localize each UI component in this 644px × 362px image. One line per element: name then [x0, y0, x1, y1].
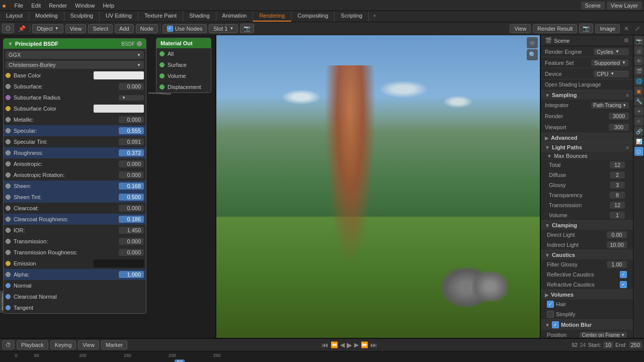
sheen-tint-value[interactable]: 0.500 — [119, 194, 144, 201]
view-orbit-icon[interactable]: ⊕ — [527, 37, 538, 48]
light-paths-header[interactable]: ▼ Light Paths ≡ — [541, 143, 633, 152]
clearcoat-value[interactable]: 0.000 — [119, 205, 144, 212]
position-dropdown[interactable]: Center on Frame ▼ — [580, 332, 627, 338]
data-icon-btn[interactable]: 📊 — [634, 137, 643, 146]
play-btn[interactable]: ▶ — [347, 341, 352, 349]
timeline-scrubber[interactable]: 0 50 100 150 200 250 92 — [0, 351, 644, 362]
scene-icon-btn[interactable]: 🎬 — [634, 66, 643, 75]
next-frame-btn[interactable]: ▶ — [354, 341, 359, 348]
constraints-icon-btn[interactable]: 🔗 — [634, 127, 643, 136]
trans-value[interactable]: 0.000 — [119, 238, 144, 245]
start-frame-value[interactable]: 10 — [603, 341, 613, 348]
bounces-diffuse-value[interactable]: 2 — [610, 171, 625, 178]
view-icon-btn[interactable]: 👁 — [634, 56, 643, 65]
mb-section-checkbox[interactable]: ✓ — [552, 321, 559, 328]
subsurface-method-dropdown[interactable]: Christensen-Burley ▼ — [6, 61, 144, 69]
base-color-swatch[interactable] — [94, 71, 144, 79]
editor-type-icon[interactable]: ⬡ — [2, 24, 14, 33]
reflective-caustics-checkbox[interactable]: ✓ — [620, 271, 627, 278]
caustics-header[interactable]: ▼ Caustics — [541, 250, 633, 259]
modifier-icon-btn[interactable]: 🔧 — [634, 97, 643, 106]
scene-name[interactable]: Scene — [581, 2, 605, 10]
tab-animation[interactable]: Animation — [216, 11, 254, 22]
render-engine-dropdown[interactable]: Cycles ▼ — [594, 48, 629, 55]
tab-layout[interactable]: Layout — [0, 11, 29, 22]
render-icon-btn[interactable]: 📷 — [634, 36, 643, 45]
marker-btn[interactable]: Marker — [101, 340, 127, 349]
lp-options-icon[interactable]: ≡ — [626, 145, 629, 150]
next-keyframe-btn[interactable]: ⏩ — [361, 341, 368, 348]
playback-btn[interactable]: Playback — [17, 340, 48, 349]
specular-value[interactable]: 0.555 — [119, 127, 144, 134]
anisotropic-value[interactable]: 0.000 — [119, 160, 144, 167]
clamping-header[interactable]: ▼ Clamping — [541, 221, 633, 230]
menu-help[interactable]: Help — [99, 2, 118, 10]
select-btn[interactable]: Select — [88, 24, 113, 33]
bounces-transparency-value[interactable]: 8 — [610, 192, 625, 199]
object-dropdown[interactable]: Object ▼ — [32, 24, 63, 33]
aniso-rot-value[interactable]: 0.000 — [119, 171, 144, 178]
alpha-value[interactable]: 1.000 — [119, 271, 144, 278]
menu-render[interactable]: Render — [45, 2, 71, 10]
tab-compositing[interactable]: Compositing — [291, 11, 335, 22]
clamp-indirect-value[interactable]: 10.00 — [607, 241, 627, 248]
view-timeline-btn[interactable]: View — [78, 340, 99, 349]
jump-start-btn[interactable]: ⏮ — [321, 341, 329, 349]
integrator-dropdown[interactable]: Path Tracing ▼ — [591, 102, 629, 109]
simplify-checkbox[interactable] — [547, 311, 554, 318]
roughness-value[interactable]: 0.372 — [119, 149, 144, 156]
world-icon-btn[interactable]: 🌐 — [634, 76, 643, 85]
render-camera-icon[interactable]: 📷 — [579, 24, 593, 33]
tab-scripting[interactable]: Scripting — [335, 11, 369, 22]
render-image-btn[interactable]: Image — [595, 24, 620, 33]
output-icon-btn[interactable]: 🖨 — [634, 46, 643, 55]
menu-edit[interactable]: Edit — [27, 2, 45, 10]
sub-color-swatch[interactable] — [94, 105, 144, 113]
subsurface-value[interactable]: 0.000 — [119, 83, 144, 90]
emission-swatch[interactable] — [94, 259, 144, 267]
render-x-icon[interactable]: ✕ — [622, 25, 631, 32]
prev-keyframe-btn[interactable]: ⏪ — [331, 341, 338, 348]
view-btn[interactable]: View — [65, 24, 87, 33]
trans-rough-value[interactable]: 0.000 — [119, 249, 144, 256]
keying-btn[interactable]: Keying — [50, 340, 76, 349]
hair-checkbox[interactable]: ✓ — [547, 301, 554, 308]
sampling-header[interactable]: ▼ Sampling ≡ — [541, 90, 633, 100]
bsdf-node-header[interactable]: ▼ Principled BSDF BSDF — [4, 39, 146, 49]
bounces-glossy-value[interactable]: 3 — [610, 182, 625, 189]
jump-end-btn[interactable]: ⏭ — [370, 341, 377, 349]
bounces-total-value[interactable]: 12 — [610, 161, 625, 168]
material-icon-btn[interactable]: ⬡ — [634, 147, 643, 156]
tab-rendering[interactable]: Rendering — [253, 11, 291, 22]
distribution-dropdown[interactable]: GGX ▼ — [6, 51, 144, 59]
timeline-type-icon[interactable]: ⏱ — [2, 340, 15, 349]
prev-frame-btn[interactable]: ◀ — [340, 341, 345, 348]
current-frame-badge[interactable]: 92 — [175, 359, 184, 363]
use-nodes-checkbox[interactable]: ✓ Use Nodes — [163, 24, 207, 33]
tab-modeling[interactable]: Modeling — [29, 11, 64, 22]
matout-header[interactable]: Material Out — [156, 38, 211, 48]
tab-add[interactable]: + — [369, 11, 380, 22]
sub-radius-dropdown[interactable]: ▼ — [119, 95, 144, 101]
device-dropdown[interactable]: CPU ▼ — [594, 70, 629, 77]
slot-dropdown[interactable]: Slot 1 ▼ — [209, 24, 238, 33]
feature-set-dropdown[interactable]: Supported ▼ — [591, 59, 629, 66]
spec-tint-value[interactable]: 0.091 — [119, 138, 144, 145]
filter-glossy-value[interactable]: 1.00 — [607, 261, 627, 268]
end-frame-value[interactable]: 250 — [629, 341, 642, 348]
advanced-header[interactable]: ▶ Advanced — [541, 133, 633, 142]
pin-icon[interactable]: 📌 — [16, 25, 28, 32]
particles-icon-btn[interactable]: ✦ — [634, 107, 643, 116]
cc-rough-value[interactable]: 0.186 — [119, 216, 144, 223]
ior-value[interactable]: 1.450 — [119, 227, 144, 234]
view-zoom-icon[interactable]: 🔍 — [527, 49, 538, 60]
bounces-volume-value[interactable]: 1 — [610, 212, 625, 219]
camera-icon[interactable]: 📷 — [240, 24, 254, 33]
node-btn[interactable]: Node — [136, 24, 158, 33]
menu-file[interactable]: File — [10, 2, 27, 10]
render-result-btn[interactable]: Render Result — [533, 24, 577, 33]
object-icon-btn[interactable]: ▣ — [634, 86, 643, 96]
tab-uv-editing[interactable]: UV Editing — [100, 11, 138, 22]
render-samples-value[interactable]: 3000 — [609, 113, 629, 120]
tab-shading[interactable]: Shading — [183, 11, 216, 22]
